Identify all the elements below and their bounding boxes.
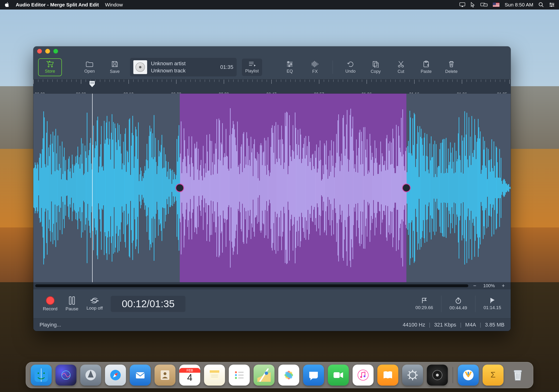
waveform-area[interactable] <box>33 93 511 282</box>
svg-rect-443 <box>320 160 321 216</box>
menubar-app-name[interactable]: Audio Editor - Merge Split And Edit <box>16 2 99 8</box>
svg-rect-110 <box>83 175 84 201</box>
loop-icon <box>90 297 99 304</box>
zoom-scrollbar[interactable] <box>35 284 468 287</box>
svg-rect-263 <box>192 163 193 213</box>
svg-rect-617 <box>445 139 445 237</box>
svg-rect-595 <box>429 173 429 202</box>
svg-rect-154 <box>114 124 115 252</box>
dock-downloads[interactable] <box>458 365 479 386</box>
zoom-out-button[interactable]: − <box>471 283 478 289</box>
svg-rect-300 <box>219 119 219 257</box>
dock-audio-editor[interactable] <box>427 365 448 386</box>
dock-reminders[interactable] <box>229 365 250 386</box>
track-title: Unknown track <box>151 68 186 74</box>
svg-rect-272 <box>199 180 199 196</box>
dock-itunes[interactable] <box>353 365 373 386</box>
svg-rect-271 <box>198 149 199 227</box>
svg-rect-488 <box>353 117 353 259</box>
svg-rect-114 <box>86 158 87 218</box>
cut-button[interactable]: Cut <box>391 60 411 75</box>
playhead-marker-icon[interactable] <box>89 81 96 88</box>
cursor-icon[interactable] <box>470 2 475 8</box>
svg-rect-624 <box>449 162 450 214</box>
svg-rect-533 <box>384 161 385 215</box>
dock-photos[interactable] <box>278 365 299 386</box>
dock-finder[interactable] <box>31 365 52 386</box>
copy-button[interactable]: Copy <box>366 60 386 75</box>
dock-folder[interactable]: Σ <box>483 365 503 386</box>
window-zoom-button[interactable] <box>53 49 58 54</box>
svg-rect-153 <box>114 169 114 207</box>
dock-mail[interactable] <box>130 365 151 386</box>
menubar-clock[interactable]: Sun 8:50 AM <box>505 2 533 8</box>
svg-rect-547 <box>394 173 395 203</box>
svg-rect-606 <box>437 177 437 199</box>
flag-icon[interactable] <box>493 3 500 7</box>
paste-button[interactable]: Paste <box>416 60 436 75</box>
zoom-in-button[interactable]: + <box>500 283 507 289</box>
svg-rect-457 <box>330 172 331 204</box>
menubar-window[interactable]: Window <box>105 2 123 8</box>
timeline-ruler[interactable]: 00:00 00:09 00:19 00:28 00:38 00:47 00:5… <box>33 79 511 93</box>
svg-rect-305 <box>222 123 223 253</box>
window-titlebar[interactable] <box>33 47 511 56</box>
selection-start-readout[interactable]: 00:29.66 <box>415 298 433 310</box>
dock-maps[interactable] <box>253 365 274 386</box>
selection-end-handle[interactable] <box>402 184 411 192</box>
undo-button[interactable]: Undo <box>340 60 360 75</box>
dock-siri[interactable] <box>56 365 76 386</box>
fx-button[interactable]: FX <box>305 60 325 75</box>
svg-rect-450 <box>326 165 326 211</box>
svg-rect-92 <box>70 168 71 208</box>
dock-safari[interactable] <box>105 365 126 386</box>
delete-button[interactable]: Delete <box>441 60 461 75</box>
svg-rect-148 <box>110 159 111 216</box>
svg-rect-542 <box>391 143 392 233</box>
macos-dock: FEB4 Σ <box>26 362 533 388</box>
open-button[interactable]: Open <box>80 60 100 75</box>
window-close-button[interactable] <box>37 49 42 54</box>
svg-rect-518 <box>374 163 374 213</box>
dock-settings[interactable] <box>402 365 423 386</box>
svg-rect-670 <box>482 165 483 210</box>
dock-facetime[interactable] <box>328 365 349 386</box>
dock-messages[interactable] <box>303 365 324 386</box>
dock-ibooks[interactable] <box>377 365 398 386</box>
dock-notes[interactable] <box>204 365 225 386</box>
svg-rect-156 <box>116 142 117 234</box>
svg-rect-69 <box>54 136 55 240</box>
selection-duration-readout[interactable]: 01:14.15 <box>484 298 501 310</box>
pause-button[interactable]: Pause <box>65 296 78 311</box>
svg-rect-463 <box>335 168 335 208</box>
save-button[interactable]: Save <box>105 60 125 75</box>
dock-calendar[interactable]: FEB4 <box>179 365 200 386</box>
playlist-button[interactable]: Playlist <box>242 59 262 76</box>
dock-contacts[interactable] <box>155 365 176 386</box>
store-button[interactable]: Store <box>38 58 62 76</box>
displays-icon[interactable] <box>480 2 488 7</box>
record-button[interactable]: Record <box>43 296 57 311</box>
svg-rect-201 <box>148 168 149 207</box>
apple-icon[interactable] <box>4 2 9 8</box>
svg-rect-508 <box>367 139 368 236</box>
dock-launchpad[interactable] <box>80 365 101 386</box>
playhead-line[interactable] <box>92 93 93 282</box>
svg-rect-663 <box>477 138 478 238</box>
dock-trash[interactable] <box>507 365 528 386</box>
svg-rect-468 <box>338 114 339 261</box>
svg-rect-583 <box>420 137 421 239</box>
svg-rect-444 <box>321 180 322 195</box>
svg-rect-626 <box>451 153 452 223</box>
window-minimize-button[interactable] <box>45 49 50 54</box>
control-center-icon[interactable] <box>549 3 555 7</box>
loop-button[interactable]: Loop off <box>86 297 102 311</box>
spotlight-icon[interactable] <box>539 2 544 7</box>
selection-start-handle[interactable] <box>176 184 184 192</box>
flag-end-icon <box>490 298 495 304</box>
svg-rect-656 <box>472 153 473 223</box>
svg-rect-314 <box>229 171 229 205</box>
screen-mirror-icon[interactable] <box>459 2 465 7</box>
eq-button[interactable]: EQ <box>280 60 300 75</box>
selection-end-readout[interactable]: 00:44.49 <box>449 297 467 310</box>
